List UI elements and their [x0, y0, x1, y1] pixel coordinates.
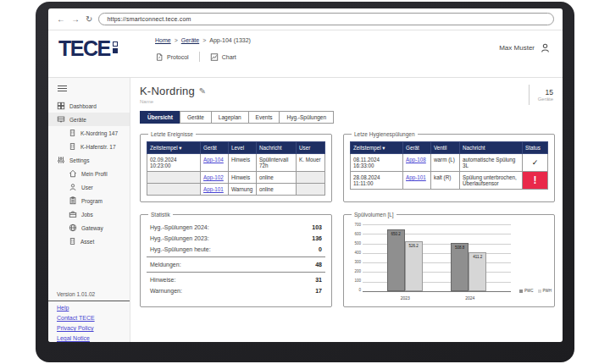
bar-pwh-2023[interactable]: 526.2 [405, 241, 423, 291]
chart-title: Spülvolumen [L] [352, 212, 396, 218]
menu-toggle-icon[interactable] [57, 85, 68, 92]
home-icon [69, 169, 77, 178]
device-link[interactable]: App-104 [203, 157, 224, 163]
breadcrumb-home[interactable]: Home [155, 37, 171, 43]
events-col-zeitstempel[interactable]: Zeitstempel ▾ [147, 142, 201, 154]
tab-uebersicht[interactable]: Übersicht [140, 111, 180, 124]
breadcrumb-devices[interactable]: Geräte [181, 37, 199, 43]
protocol-button[interactable]: Protocol [155, 52, 189, 62]
sliders-icon [57, 156, 65, 164]
tab-events[interactable]: Events [248, 111, 280, 124]
cistern-icon [57, 115, 65, 124]
panels-grid: Letzte Ereignisse Zeitstempel ▾ Gerät Le… [140, 131, 555, 307]
chart-button[interactable]: Chart [210, 52, 236, 62]
events-col-user[interactable]: User [297, 142, 325, 154]
device-link[interactable]: App-101 [203, 186, 224, 192]
tab-geraete[interactable]: Geräte [180, 111, 212, 124]
sidebar: Dashboard Geräte K-Nordring 147 K-Hafens… [48, 78, 130, 342]
stat-value: 17 [315, 288, 322, 294]
y-tick: 400 [350, 251, 361, 255]
sidebar-label: K-Nordring 147 [80, 130, 118, 136]
legal-notice-link[interactable]: Legal Notice [48, 332, 130, 342]
contact-link[interactable]: Contact TECE [48, 312, 130, 322]
stat-label: Hyg.-Spülungen 2023: [150, 235, 209, 241]
x-tick-2024: 2024 [465, 295, 474, 301]
bar-group-2024: 508.8 411.2 [451, 224, 486, 291]
sidebar-item-devices[interactable]: Geräte [48, 113, 130, 126]
sidebar-item-k-nordring-147[interactable]: K-Nordring 147 [48, 126, 130, 140]
address-bar[interactable]: https://smartconnect.tece.com [98, 13, 554, 25]
sidebar-label: Geräte [69, 117, 86, 123]
flush-volume-chart-panel: Spülvolumen [L] 700 600 500 400 300 200 … [343, 212, 555, 307]
table-row: App-102 Hinweis online [147, 172, 325, 184]
help-link[interactable]: Help [48, 301, 130, 312]
device-link[interactable]: App-102 [203, 174, 224, 180]
cell-message: online [257, 172, 297, 184]
hygiene-table: Zeitstempel ▾ Gerät Ventil Nachricht Sta… [350, 141, 548, 190]
sidebar-item-gateway[interactable]: Gateway [48, 221, 130, 234]
browser-back-icon[interactable]: ← [57, 15, 65, 24]
logo-text: TECE [58, 39, 110, 58]
bar-pwh-2024[interactable]: 411.2 [469, 252, 486, 291]
edit-icon[interactable]: ✎ [199, 86, 206, 96]
breadcrumb-current: App-104 (1332) [209, 37, 251, 43]
x-axis: 2023 2024 [363, 294, 513, 301]
sidebar-item-dashboard[interactable]: Dashboard [48, 99, 130, 113]
hygiene-col-nachricht[interactable]: Nachricht [460, 142, 523, 154]
tece-logo[interactable]: TECE [58, 39, 147, 58]
bar-value-label: 526.2 [406, 244, 422, 248]
events-col-nachricht[interactable]: Nachricht [257, 142, 297, 154]
events-col-level[interactable]: Level [229, 142, 257, 154]
status-alert-icon: ! [523, 172, 548, 190]
events-col-geraet[interactable]: Gerät [201, 142, 229, 154]
bar-pwc-2023[interactable]: 650.2 [387, 229, 405, 291]
stat-value: 103 [312, 224, 322, 230]
stat-value: 0 [319, 246, 322, 252]
chart-icon [210, 52, 219, 62]
hygiene-col-status[interactable]: Status [523, 142, 548, 154]
legend-marker-pwh [538, 290, 541, 293]
stat-value: 48 [315, 262, 322, 267]
device-link[interactable]: App-108 [406, 157, 426, 163]
cell-time: 28.08.2024 11:11:00 [351, 172, 403, 190]
building-icon [69, 237, 76, 245]
sidebar-label: User [81, 185, 93, 190]
title-subtitle: Name [140, 99, 206, 104]
sidebar-item-user[interactable]: User [48, 180, 130, 194]
legend-label: PWC [524, 289, 534, 293]
sidebar-item-asset[interactable]: Asset [48, 234, 130, 248]
stat-row: Hyg.-Spülungen 2023: 136 [147, 233, 325, 244]
browser-reload-icon[interactable]: ↻ [86, 15, 92, 24]
device-link[interactable]: App-101 [406, 174, 426, 180]
bar-value-label: 508.8 [452, 245, 468, 250]
user-menu[interactable]: Max Muster [499, 42, 551, 53]
legend-item-pwc: PWC [519, 289, 534, 293]
events-panel: Letzte Ereignisse Zeitstempel ▾ Gerät Le… [140, 131, 332, 202]
stat-value: 31 [315, 277, 322, 283]
sidebar-item-mein-profil[interactable]: Mein Profil [48, 167, 130, 180]
table-row: App-101 Warnung online [147, 184, 325, 196]
sidebar-item-settings[interactable]: Settings [48, 153, 130, 167]
bar-pwc-2024[interactable]: 508.8 [451, 243, 469, 291]
tab-hyg-spuelungen[interactable]: Hyg.-Spülungen [279, 111, 334, 124]
device-count-label: Geräte [538, 97, 553, 102]
sidebar-item-program[interactable]: Program [48, 194, 130, 207]
hygiene-col-zeitstempel[interactable]: Zeitstempel ▾ [351, 142, 403, 154]
sidebar-item-jobs[interactable]: Jobs [48, 207, 130, 221]
tab-lageplan[interactable]: Lageplan [211, 111, 249, 124]
hygiene-panel: Letze Hygienespülungen Zeitstempel ▾ Ger… [343, 131, 555, 202]
privacy-policy-link[interactable]: Privacy Policy [48, 322, 130, 332]
stat-label: Hyg.-Spülungen 2024: [150, 224, 209, 230]
sidebar-item-k-hafenstr-17[interactable]: K-Hafenstr. 17 [48, 140, 130, 153]
hygiene-col-ventil[interactable]: Ventil [431, 142, 460, 154]
cell-message: online [257, 184, 297, 196]
clipboard-icon [69, 196, 77, 205]
browser-forward-icon[interactable]: → [71, 15, 80, 24]
divider [147, 256, 325, 257]
cell-level: Warnung [229, 184, 257, 196]
header-middle: Home > Geräte > App-104 (1332) Protocol … [155, 37, 251, 62]
hygiene-col-geraet[interactable]: Gerät [403, 142, 431, 154]
stat-row: Hyg.-Spülungen heute: 0 [147, 244, 325, 255]
logo-squares-icon [113, 41, 118, 53]
chart-label: Chart [222, 54, 236, 60]
